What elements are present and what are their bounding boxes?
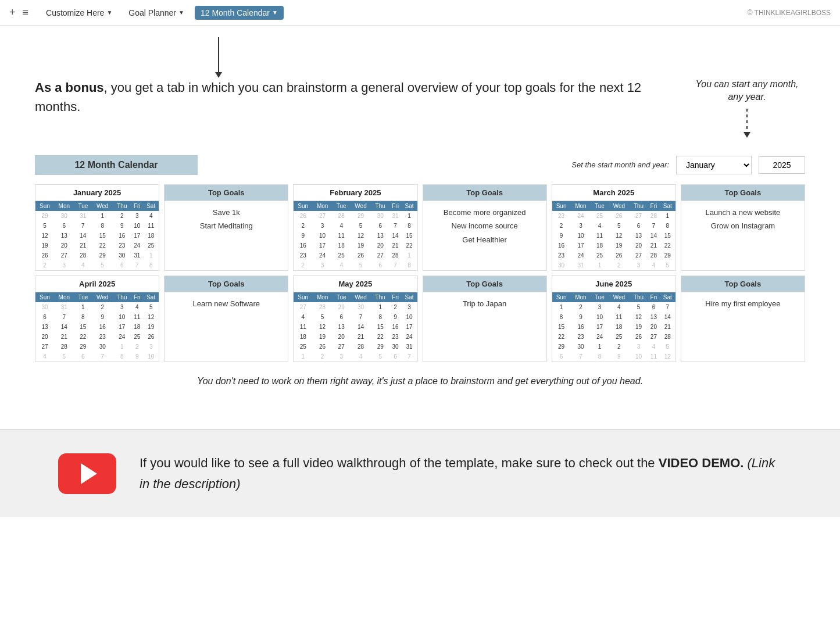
weekday-header: Wed (92, 201, 113, 211)
calendar-day: 22 (660, 241, 675, 250)
calendar-day: 28 (648, 211, 660, 221)
calendar-month: April 2025SunMonTueWedThuFriSat303112345… (35, 275, 159, 362)
calendar-day: 11 (591, 231, 608, 241)
calendar-day: 23 (389, 332, 402, 342)
calendar-day: 18 (609, 322, 630, 332)
calendar-day: 25 (131, 332, 143, 342)
calendar-day: 14 (54, 322, 74, 332)
calendar-day: 28 (74, 250, 92, 260)
month-select[interactable]: JanuaryFebruaryMarch AprilMayJune JulyAu… (676, 156, 752, 174)
calendar-day: 6 (74, 352, 92, 361)
weekday-header: Wed (350, 292, 371, 302)
menu-button[interactable]: ≡ (23, 6, 29, 19)
weekday-header: Sun (552, 201, 571, 211)
goal-planner-button[interactable]: Goal Planner ▼ (123, 6, 190, 20)
calendar-day: 1 (591, 342, 608, 352)
calendar-day: 8 (143, 260, 159, 270)
calendar-day: 4 (143, 211, 159, 221)
weekday-header: Sun (552, 292, 571, 302)
calendar-day: 10 (571, 231, 591, 241)
year-input[interactable] (759, 156, 805, 174)
calendar-day: 24 (312, 250, 333, 260)
calendar-day: 15 (660, 231, 675, 241)
calendar-day: 3 (333, 352, 350, 361)
intro-text: As a bonus, you get a tab in which you c… (35, 78, 677, 116)
weekday-header: Thu (371, 292, 389, 302)
calendar-day: 6 (35, 312, 54, 322)
calendar-day: 10 (630, 352, 648, 361)
calendar-day: 3 (312, 260, 333, 270)
calendar-day: 5 (660, 342, 675, 352)
calendar-day: 21 (54, 332, 74, 342)
calendar-day: 15 (552, 322, 571, 332)
calendar-day: 25 (591, 250, 608, 260)
calendar-day: 4 (35, 352, 54, 361)
top-goals-header: Top Goals (681, 276, 805, 292)
calendar-day: 10 (131, 221, 143, 231)
calendar-day: 9 (552, 231, 571, 241)
dashed-arrow (689, 109, 805, 138)
calendar-day: 30 (35, 302, 54, 312)
weekday-header: Tue (74, 292, 92, 302)
calendar-day: 6 (389, 352, 402, 361)
top-nav: + ≡ Customize Here ▼ Goal Planner ▼ 12 M… (0, 0, 840, 26)
calendar-day: 11 (648, 352, 660, 361)
calendar-day: 28 (333, 211, 350, 221)
calendar-day: 7 (402, 352, 417, 361)
calendar-day: 15 (402, 231, 417, 241)
customize-dropdown-arrow: ▼ (106, 9, 112, 16)
calendar-day: 5 (143, 302, 159, 312)
top-goals-header: Top Goals (423, 276, 546, 292)
calendar-day: 30 (113, 250, 131, 260)
top-goals-block: Top GoalsSave 1kStart Meditating (164, 184, 288, 271)
calendar-day: 27 (648, 332, 660, 342)
calendar-day: 26 (350, 250, 371, 260)
calendar-day: 8 (92, 221, 113, 231)
calendar-day: 26 (630, 332, 648, 342)
calendar-day: 7 (389, 260, 402, 270)
calendar-day: 5 (350, 221, 371, 231)
top-goals-header: Top Goals (165, 185, 288, 201)
weekday-header: Tue (333, 201, 350, 211)
calendar-day: 28 (389, 250, 402, 260)
calendar-day: 1 (143, 250, 159, 260)
calendar-day: 27 (371, 250, 389, 260)
calendar-day: 17 (131, 231, 143, 241)
customize-here-button[interactable]: Customize Here ▼ (40, 6, 118, 20)
calendar-day: 12 (609, 231, 630, 241)
weekday-header: Sun (35, 201, 54, 211)
calendar-day: 5 (35, 221, 54, 231)
calendar-day: 3 (630, 260, 648, 270)
calendar-day: 12 (35, 231, 54, 241)
calendar-day: 2 (294, 260, 312, 270)
add-button[interactable]: + (9, 6, 16, 19)
calendar-day: 24 (131, 241, 143, 250)
calendar-day: 3 (131, 211, 143, 221)
calendar-day: 18 (131, 322, 143, 332)
calendar-day: 12 (312, 322, 333, 332)
calendar-day: 1 (92, 211, 113, 221)
weekday-header: Sat (402, 201, 417, 211)
calendar-day: 20 (371, 241, 389, 250)
calendar-day: 20 (35, 332, 54, 342)
calendar-day: 9 (131, 352, 143, 361)
calendar-day: 14 (74, 231, 92, 241)
calendar-day: 29 (92, 250, 113, 260)
weekday-header: Fri (648, 201, 660, 211)
calendar-day: 2 (113, 211, 131, 221)
calendar-day: 5 (609, 221, 630, 231)
12-month-calendar-button[interactable]: 12 Month Calendar ▼ (195, 6, 284, 20)
calendar-day: 4 (350, 352, 371, 361)
month-header: June 2025 (552, 276, 675, 292)
weekday-header: Wed (92, 292, 113, 302)
calendar-day: 29 (371, 342, 389, 352)
goal-item: Start Meditating (169, 219, 283, 232)
calendar-day: 2 (35, 260, 54, 270)
calendar-day: 1 (552, 302, 571, 312)
calendar-day: 31 (571, 260, 591, 270)
calendar-day: 30 (92, 342, 113, 352)
weekday-header: Wed (350, 201, 371, 211)
weekday-header: Thu (371, 201, 389, 211)
goal-item: Become more organized (428, 206, 542, 219)
youtube-button[interactable] (58, 453, 116, 494)
